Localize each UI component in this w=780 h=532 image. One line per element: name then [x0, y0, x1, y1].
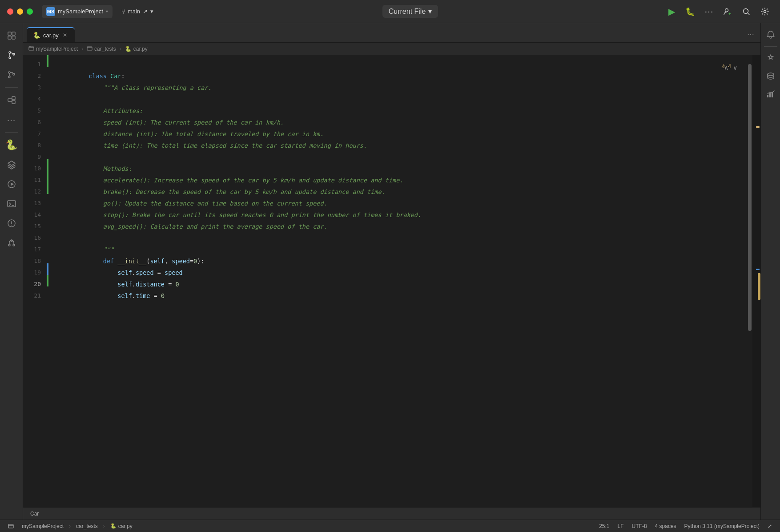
statusbar-interpreter[interactable]: Python 3.11 (mySampleProject) — [682, 520, 762, 532]
tab-more-button[interactable]: ⋯ — [744, 28, 757, 40]
maximize-button[interactable] — [27, 8, 33, 15]
sidebar-item-plugins[interactable] — [3, 91, 20, 109]
svg-point-20 — [11, 225, 12, 226]
statusbar-subfolder[interactable]: car_tests — [73, 520, 101, 532]
svg-rect-5 — [8, 36, 11, 39]
sidebar-item-run[interactable] — [3, 175, 20, 193]
class-footer: Car — [23, 507, 760, 520]
expand-icon: ⤢ — [768, 523, 772, 529]
breadcrumb-sep-1: › — [81, 46, 83, 52]
sidebar-item-git[interactable] — [3, 46, 20, 64]
docstring-line-5: speed (int): The current speed of the ca… — [88, 119, 284, 126]
statusbar-position[interactable]: 25:1 — [596, 520, 612, 532]
settings-button[interactable] — [757, 4, 773, 20]
dot-18: . — [132, 269, 136, 276]
run-config-label: Current File — [389, 8, 426, 16]
sidebar-item-vcs[interactable] — [3, 234, 20, 252]
scrollbar-track[interactable] — [747, 55, 752, 507]
gutter-mark-12 — [47, 182, 48, 194]
svg-rect-24 — [29, 47, 34, 50]
close-button[interactable] — [7, 8, 13, 15]
ai-assistant-button[interactable] — [763, 50, 779, 66]
line-num-20: 20 — [23, 278, 46, 290]
sidebar-item-terminal[interactable] — [3, 195, 20, 213]
line-num-4: 4 — [23, 93, 46, 105]
line-num-3: 3 — [23, 82, 46, 93]
line-num-16: 16 — [23, 232, 46, 244]
code-line-9[interactable]: Methods: — [52, 151, 747, 163]
statusbar-project[interactable]: mySampleProject — [19, 520, 66, 532]
sidebar-item-explorer[interactable] — [3, 27, 20, 44]
sidebar-item-layers[interactable] — [3, 156, 20, 173]
run-config-selector[interactable]: Current File ▾ — [382, 5, 438, 18]
code-line-10[interactable]: accelerate(): Increase the speed of the … — [52, 163, 747, 174]
gutter-mark-10 — [47, 159, 48, 171]
indent-18 — [88, 269, 117, 276]
tab-bar: 🐍 car.py ✕ ⋯ — [23, 23, 760, 43]
code-line-2[interactable]: """A class representing a car. — [52, 70, 747, 82]
statusbar-line-ending[interactable]: LF — [615, 520, 627, 532]
database-button[interactable] — [763, 68, 779, 84]
indent-20 — [88, 292, 117, 299]
statusbar-encoding[interactable]: UTF-8 — [629, 520, 650, 532]
branch-selector[interactable]: ⑂ main ↗ ▾ — [118, 6, 157, 17]
line-num-14: 14 — [23, 209, 46, 221]
svg-rect-18 — [8, 201, 16, 207]
run-button[interactable]: ▶ — [663, 4, 679, 20]
branch-name: main — [128, 8, 140, 15]
run-config-chevron-icon: ▾ — [428, 7, 432, 16]
statusbar-indent[interactable]: 4 spaces — [652, 520, 679, 532]
debug-button[interactable]: 🐛 — [682, 4, 698, 20]
num-0-time: 0 — [161, 292, 165, 299]
sidebar-item-branches[interactable] — [3, 66, 20, 84]
self-20: self — [117, 292, 132, 299]
code-line-1[interactable]: class Car: — [52, 59, 747, 70]
add-user-button[interactable] — [720, 4, 736, 20]
collapse-up-icon[interactable]: ∧ — [722, 63, 730, 72]
search-button[interactable] — [738, 4, 754, 20]
ruler-thumb — [758, 273, 760, 300]
breadcrumb-project[interactable]: mySampleProject — [28, 45, 78, 52]
traffic-lights — [7, 8, 33, 15]
statusbar-expand[interactable]: ⤢ — [765, 520, 775, 532]
svg-point-22 — [13, 244, 15, 246]
project-icon: MS — [46, 7, 55, 16]
docstring-line-6: distance (int): The total distance trave… — [88, 130, 323, 137]
minimize-button[interactable] — [17, 8, 23, 15]
sidebar-item-python[interactable]: 🐍 — [3, 136, 20, 154]
colon: : — [121, 73, 125, 80]
eq-19: = — [165, 281, 175, 288]
attr-speed: speed — [136, 269, 154, 276]
tab-close-button[interactable]: ✕ — [61, 32, 68, 39]
svg-rect-25 — [87, 47, 92, 50]
code-line-17[interactable]: def __init__(self, speed=0): — [52, 244, 747, 255]
statusbar-file[interactable]: 🐍 car.py — [108, 520, 135, 532]
sidebar-item-problems[interactable] — [3, 214, 20, 232]
overview-ruler — [752, 55, 760, 507]
tab-car-py[interactable]: 🐍 car.py ✕ — [27, 27, 75, 42]
param-self: self — [150, 258, 165, 265]
profiler-button[interactable] — [763, 86, 779, 102]
svg-point-1 — [744, 8, 748, 13]
svg-rect-6 — [12, 36, 15, 39]
scrollbar-thumb[interactable] — [748, 64, 752, 331]
statusbar-folder-icon[interactable] — [5, 520, 16, 532]
breadcrumb-folder[interactable]: car_tests — [87, 45, 116, 52]
code-line-16[interactable]: """ — [52, 232, 747, 244]
docstring-line-10: accelerate(): Increase the speed of the … — [88, 177, 403, 184]
indent-19 — [88, 281, 117, 288]
code-editor[interactable]: 1 2 3 4 5 6 7 8 9 10 11 12 13 14 15 16 1… — [23, 55, 760, 507]
breadcrumb-file[interactable]: 🐍 car.py — [125, 46, 148, 52]
more-menu-button[interactable]: ⋯ — [701, 4, 717, 20]
collapse-down-icon[interactable]: ∨ — [731, 63, 739, 72]
code-line-5[interactable]: speed (int): The current speed of the ca… — [52, 105, 747, 117]
line-num-1: 1 — [23, 59, 46, 70]
sidebar-item-more[interactable]: ··· — [3, 111, 20, 129]
code-content[interactable]: ⚠ 4 ∧ ∨ class Car: """A class representi… — [49, 55, 747, 507]
default: = — [190, 258, 193, 265]
breadcrumb-bar: mySampleProject › car_tests › 🐍 car.py — [23, 43, 760, 55]
project-selector[interactable]: MS mySampleProject ▾ — [42, 5, 113, 18]
code-line-4[interactable]: Attributes: — [52, 93, 747, 105]
notifications-button[interactable] — [763, 27, 779, 43]
docstring-line-7: time (int): The total time elapsed since… — [88, 142, 367, 149]
